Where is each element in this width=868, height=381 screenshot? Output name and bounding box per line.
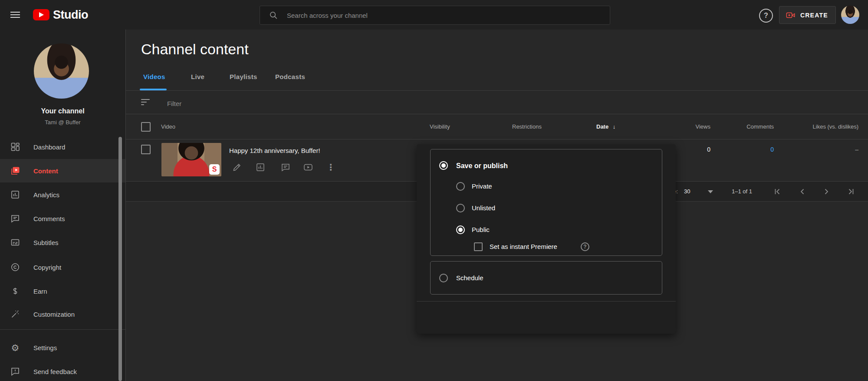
sidebar-item-label: Dashboard xyxy=(33,143,65,151)
youtube-logo-icon[interactable] xyxy=(33,9,49,20)
tab-videos[interactable]: Videos xyxy=(143,73,165,80)
schedule-group: Schedule xyxy=(430,261,662,295)
tab-playlists[interactable]: Playlists xyxy=(230,73,257,80)
sidebar-item-send-feedback[interactable]: Send feedback xyxy=(0,360,125,381)
instant-premiere-checkbox[interactable] xyxy=(474,242,483,251)
sidebar-item-customization[interactable]: Customization xyxy=(0,302,125,326)
account-avatar[interactable] xyxy=(841,6,859,24)
sidebar-content-divider xyxy=(125,30,126,381)
subtitles-icon xyxy=(10,237,20,248)
video-title-link[interactable]: Happy 12th anniversary, Buffer! xyxy=(229,147,320,154)
analytics-icon xyxy=(10,189,20,200)
sidebar-item-subtitles[interactable]: Subtitles xyxy=(0,231,125,254)
search-icon xyxy=(269,10,278,20)
analytics-action-icon[interactable] xyxy=(255,162,266,172)
feedback-icon xyxy=(10,366,20,377)
schedule-label: Schedule xyxy=(456,274,483,282)
dashboard-icon xyxy=(10,142,20,152)
comments-count-link[interactable]: 0 xyxy=(770,146,774,153)
top-bar: Studio ? CREATE xyxy=(0,0,868,30)
view-on-youtube-icon[interactable] xyxy=(303,162,313,172)
public-radio[interactable] xyxy=(456,225,465,234)
previous-page-icon[interactable] xyxy=(798,187,807,196)
unlisted-radio[interactable] xyxy=(456,204,465,212)
unlisted-label: Unlisted xyxy=(472,204,495,212)
sidebar-item-analytics[interactable]: Analytics xyxy=(0,183,125,206)
sidebar-item-copyright[interactable]: Copyright xyxy=(0,255,125,279)
column-header-restrictions[interactable]: Restrictions xyxy=(512,123,542,130)
more-options-icon[interactable]: ⋮ xyxy=(326,162,336,172)
content-icon xyxy=(10,166,20,176)
sidebar-item-content[interactable]: Content xyxy=(0,159,125,182)
channel-handle: Tami @ Buffer xyxy=(0,119,125,126)
save-or-publish-group: Save or publish Private Unlisted Public … xyxy=(430,149,662,256)
public-label: Public xyxy=(472,226,490,233)
column-header-likes[interactable]: Likes (vs. dislikes) xyxy=(813,123,858,130)
column-header-comments[interactable]: Comments xyxy=(746,123,774,130)
comments-icon xyxy=(10,213,20,224)
studio-brand-label[interactable]: Studio xyxy=(53,8,88,22)
private-label: Private xyxy=(472,182,492,190)
help-icon[interactable]: ? xyxy=(759,9,773,23)
edit-details-icon[interactable] xyxy=(232,162,242,172)
save-or-publish-label: Save or publish xyxy=(456,162,508,170)
tab-live[interactable]: Live xyxy=(191,73,204,80)
channel-avatar[interactable] xyxy=(34,43,89,99)
dialog-divider xyxy=(417,301,676,301)
first-page-icon[interactable] xyxy=(773,187,782,196)
instant-premiere-label: Set as instant Premiere xyxy=(490,243,557,250)
next-page-icon[interactable] xyxy=(822,187,831,196)
sidebar-item-label: Copyright xyxy=(33,264,61,271)
tab-podcasts[interactable]: Podcasts xyxy=(275,73,305,80)
sidebar-item-label: Comments xyxy=(33,215,65,222)
column-header-date[interactable]: Date ↓ xyxy=(596,123,615,130)
youtube-studio-app: Studio ? CREATE Your channel Tami @ Buff… xyxy=(0,0,868,381)
rows-per-page-caret-icon[interactable] xyxy=(708,190,713,193)
row-checkbox[interactable] xyxy=(141,145,151,154)
views-value: 0 xyxy=(707,146,710,153)
sidebar-item-comments[interactable]: Comments xyxy=(0,207,125,230)
header-border xyxy=(126,139,868,139)
visibility-dialog: Save or publish Private Unlisted Public … xyxy=(417,144,676,334)
sidebar-item-label: Customization xyxy=(33,311,75,318)
copyright-icon xyxy=(10,262,20,272)
sidebar-divider xyxy=(0,329,125,330)
create-button[interactable]: CREATE xyxy=(779,6,836,24)
sidebar-scrollbar[interactable] xyxy=(118,137,122,381)
sidebar-item-dashboard[interactable]: Dashboard xyxy=(0,135,125,159)
save-or-publish-radio[interactable] xyxy=(439,161,448,170)
rows-per-page-value[interactable]: 30 xyxy=(684,188,690,195)
sidebar-item-settings[interactable]: ⚙ Settings xyxy=(0,336,125,359)
select-all-checkbox[interactable] xyxy=(141,122,151,132)
channel-name: Your channel xyxy=(0,107,125,115)
buffer-badge-icon: S xyxy=(209,164,220,175)
page-range-label: 1–1 of 1 xyxy=(732,188,752,195)
likes-value: – xyxy=(855,146,858,153)
search-input[interactable] xyxy=(286,11,610,20)
sidebar-item-label: Settings xyxy=(33,344,57,351)
filter-border xyxy=(126,114,868,114)
create-video-icon xyxy=(786,11,796,20)
sidebar-item-label: Send feedback xyxy=(33,368,77,375)
premiere-help-icon[interactable]: ? xyxy=(581,242,589,251)
column-header-views[interactable]: Views xyxy=(696,123,710,130)
sidebar-item-label: Content xyxy=(33,167,58,175)
comments-action-icon[interactable] xyxy=(280,162,291,172)
video-thumbnail[interactable]: S xyxy=(161,143,221,176)
sidebar-item-label: Earn xyxy=(33,288,47,295)
sidebar-item-earn[interactable]: Earn xyxy=(0,279,125,303)
sidebar: Your channel Tami @ Buffer Dashboard Con… xyxy=(0,30,125,381)
search-bar[interactable] xyxy=(260,6,610,25)
sort-desc-icon: ↓ xyxy=(613,123,616,130)
column-header-video[interactable]: Video xyxy=(161,123,175,130)
hamburger-menu-icon[interactable] xyxy=(10,12,20,18)
filter-input[interactable] xyxy=(166,97,472,109)
settings-icon: ⚙ xyxy=(10,342,20,353)
filter-icon[interactable] xyxy=(141,99,150,107)
schedule-radio[interactable] xyxy=(439,274,448,282)
last-page-icon[interactable] xyxy=(846,187,856,196)
customization-icon xyxy=(10,309,20,319)
column-header-visibility[interactable]: Visibility xyxy=(430,123,450,130)
private-radio[interactable] xyxy=(456,182,465,191)
sidebar-item-label: Subtitles xyxy=(33,239,59,246)
